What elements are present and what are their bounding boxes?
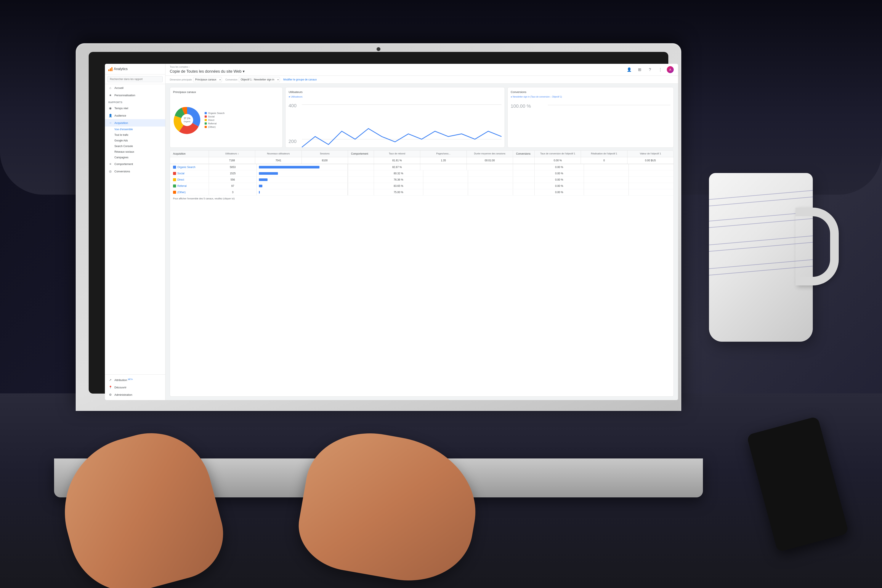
channel-cell-3[interactable]: Direct [170,177,209,183]
modify-channels-link[interactable]: Modifier le groupe de canaux [284,78,317,81]
sidebar-item-personalize[interactable]: ★ Personnalisation [105,92,165,99]
grid-icon-btn[interactable]: ⊞ [636,66,644,74]
svg-point-0 [181,114,193,126]
user-icon-btn[interactable]: 👤 [625,66,633,74]
col-users[interactable]: Utilisateurs ↕ [209,150,255,157]
behavior-icon: ≡ [108,162,112,166]
svg-text:400: 400 [288,103,297,108]
page-title[interactable]: Copie de Toutes les données du site Web … [170,69,244,74]
user-avatar[interactable]: A [667,66,674,73]
row2-duration [468,170,513,177]
sidebar-item-realtime[interactable]: ◉ Temps réel [105,105,165,112]
sidebar-item-behavior[interactable]: ≡ Comportement [105,160,165,168]
sidebar-item-attribution[interactable]: ↗ Attribution BÊTA [105,376,165,384]
channel-cell-4[interactable]: Referral [170,183,209,189]
col-goal-comp[interactable]: Réalisation de l'objectif 1 [581,150,627,157]
row2-users: 1525 [209,170,257,177]
row1-users: 5053 [209,164,257,170]
row5-acq: 3 [209,189,348,195]
channel-cell-5[interactable]: (Other) [170,189,209,195]
more-icon-btn[interactable]: ⋮ [656,66,664,74]
channel-cell-1[interactable]: Organic Search [170,164,209,170]
dimension-select[interactable]: Principaux canaux [193,77,222,82]
row4-acq: 97 [209,183,348,189]
row2-conv-rate: 0.00 % [535,170,584,177]
row3-bar [259,178,267,181]
data-rows: Organic Search 5053 [170,164,674,195]
row4-conv-rate: 0.00 % [535,183,584,189]
row4-goals [584,183,629,189]
row1-bar [259,166,320,168]
sidebar-item-audience[interactable]: 👤 Audience [105,112,165,119]
row5-conv-spacer [513,189,535,195]
channel-cell-2[interactable]: Social [170,170,209,177]
attribution-icon: ↗ [108,378,112,382]
analytics-logo: Analytics [108,67,128,71]
submenu-overview[interactable]: Vue d'ensemble [111,126,165,132]
sidebar-item-home[interactable]: ⌂ Accueil [105,84,165,92]
row3-users: 556 [209,177,257,183]
conversion-select[interactable]: Objectif 1 : Newsletter sign in [239,77,280,82]
col-duration[interactable]: Durée moyenne des sessions [467,150,513,157]
sidebar-item-admin[interactable]: ⚙ Administration [105,391,165,398]
submenu-campaigns[interactable]: Campagnes [111,154,165,160]
submenu-google-ads[interactable]: Google Ads [111,138,165,143]
behav-col-headers: Taux de rebond Pages/sess... Durée moyen… [374,150,513,157]
laptop-hinge [335,459,422,463]
table-row: Referral 97 [170,183,674,189]
submenu-search-console[interactable]: Search Console [111,143,165,149]
total-sessions: 8100 [302,157,348,164]
total-value: 0.00 $US [627,157,674,164]
col-goal-value[interactable]: Valeur de l'objectif 1 [627,150,674,157]
svg-text:100.00 %: 100.00 % [511,104,531,109]
search-input[interactable] [108,76,163,82]
main-channels-title: Principaux canaux [173,90,279,94]
col-new-users[interactable]: Nouveaux utilisateurs [255,150,302,157]
row1-duration [467,164,513,170]
social-dot [205,116,207,118]
row5-users: 3 [209,189,257,195]
row1-bounce: 82.87 % [374,164,420,170]
logo-bar-1 [108,69,110,71]
legend-referral: Referral [205,122,225,125]
row3-bar-cell [257,177,348,183]
row2-bounce: 80.32 % [374,170,423,177]
row5-behav: 75.00 % [374,189,513,195]
col-sessions[interactable]: Sessions [302,150,348,157]
users-chart-card: Utilisateurs ● Utilisateurs 400 200 [285,87,505,148]
totals-row: 7168 7041 8100 81.81 % 1.35 00:01:00 [170,157,674,164]
row2-acq: 1525 [209,170,348,177]
laptop: Analytics ⌂ Accueil ★ [76,43,703,497]
row5-goals [584,189,629,195]
svg-text:37.1%: 37.1% [184,117,190,120]
sidebar-item-conversions[interactable]: ◎ Conversions [105,168,165,175]
row4-users: 97 [209,183,257,189]
help-icon-btn[interactable]: ? [646,66,654,74]
sidebar-item-acquisition[interactable]: → Acquisition [105,119,165,126]
channel-color-4 [173,184,176,188]
row3-behav-spacer [348,177,374,183]
total-users: 7168 [209,157,255,164]
laptop-base: MacBook Air [54,459,703,497]
row1-behav-spacer [348,164,374,170]
submenu-all-traffic[interactable]: Tout le trafic [111,132,165,138]
data-table-section: Acquisition Utilisateurs ↕ Nouveaux util… [170,150,674,397]
col-pages[interactable]: Pages/sess... [420,150,466,157]
conversions-chart-title: Conversions [511,90,670,94]
sidebar: Analytics ⌂ Accueil ★ [105,64,165,400]
row3-goals [584,177,629,183]
table-row: Organic Search 5053 [170,164,674,170]
topbar-left: Tous les comptes › Copie de Toutes les d… [170,66,244,74]
row1-conv-spacer [513,164,535,170]
main-content: Tous les comptes › Copie de Toutes les d… [165,64,678,400]
legend-other: (Other) [205,126,225,128]
dimension-label: Dimension principale [170,78,192,81]
col-bounce[interactable]: Taux de rebond [374,150,420,157]
submenu-social[interactable]: Réseaux sociaux [111,149,165,154]
dimension-select-wrapper: Principaux canaux [193,77,222,82]
sidebar-item-discover[interactable]: 📍 Découvrir [105,384,165,391]
conversion-label: Conversion [225,78,237,81]
col-conv-rate[interactable]: Taux de conversion de l'objectif 1 [535,150,581,157]
other-dot [205,126,207,128]
row1-acq: 5053 [209,164,348,170]
